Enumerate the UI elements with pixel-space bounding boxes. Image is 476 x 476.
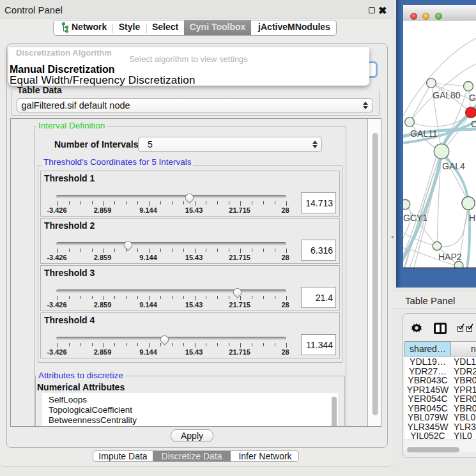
svg-text:C: C <box>471 119 476 129</box>
svg-text:GCY1: GCY1 <box>403 213 427 223</box>
svg-text:GAL80: GAL80 <box>433 90 461 100</box>
svg-text:GA: GA <box>469 93 476 103</box>
svg-text:HAP2: HAP2 <box>438 252 462 262</box>
svg-text:H: H <box>469 213 475 223</box>
svg-text:GAL4: GAL4 <box>442 161 465 171</box>
svg-text:GAL11: GAL11 <box>410 128 438 139</box>
